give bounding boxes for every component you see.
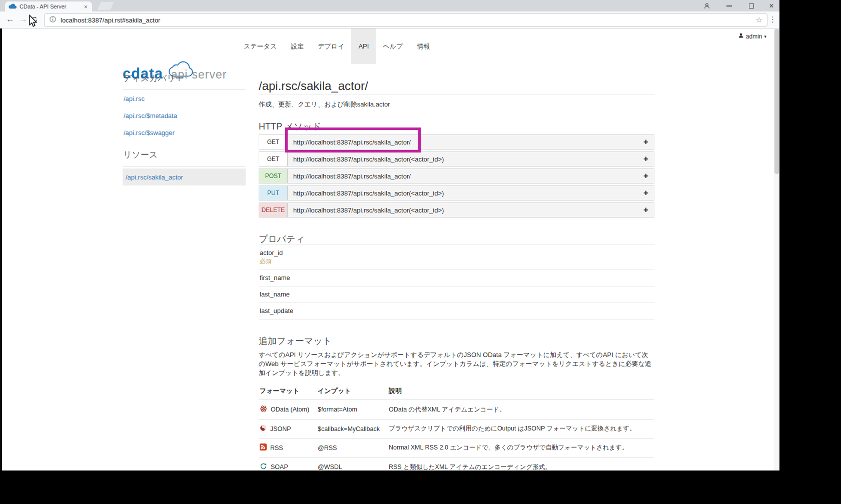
endpoint-url-field[interactable]: http://localhost:8387/api.rsc/sakila_act… [288, 186, 654, 200]
expand-plus-icon[interactable]: + [643, 137, 648, 147]
resources-heading: リソース [123, 149, 246, 166]
nav-item-info[interactable]: 情報 [410, 28, 437, 64]
http-method-row: GET http://localhost:8387/api.rsc/sakila… [259, 152, 654, 166]
format-name: SOAP [271, 464, 288, 470]
format-input: @RSS [317, 438, 388, 458]
sidebar-item-sakila-actor[interactable]: /api.rsc/sakila_actor [123, 168, 246, 186]
property-name: first_name [260, 274, 653, 282]
nav-item-status[interactable]: ステータス [237, 28, 284, 64]
property-name: last_name [260, 290, 653, 298]
tab-title: CData - API Server [20, 4, 83, 10]
column-header-format: フォーマット [259, 384, 317, 400]
format-description: ブラウザスクリプトでの利用のためにOutput はJSONP フォーマットに変換… [388, 420, 654, 438]
expand-plus-icon[interactable]: + [643, 171, 648, 181]
http-method-row: DELETE http://localhost:8387/api.rsc/sak… [259, 202, 654, 218]
nav-item-help[interactable]: ヘルプ [376, 28, 410, 64]
formats-table: フォーマット インプット 説明 OData (Atom) [259, 384, 654, 470]
format-input: $callback=MyCallback [317, 420, 388, 438]
http-verb-badge: POST [259, 168, 288, 184]
tab-close-icon[interactable]: × [83, 4, 89, 10]
main-content: /api.rsc/sakila_actor/ 作成、更新、クエリ、および削除sa… [259, 72, 654, 470]
rss-icon [260, 444, 267, 452]
user-name: admin [746, 33, 762, 40]
expand-plus-icon[interactable]: + [643, 154, 648, 164]
scrollbar [774, 29, 779, 470]
http-method-row: POST http://localhost:8387/api.rsc/sakil… [259, 168, 654, 184]
forward-button[interactable]: → [19, 14, 28, 24]
scrollbar-thumb[interactable] [774, 29, 779, 174]
main-nav: ステータス 設定 デプロイ API ヘルプ 情報 [237, 28, 437, 64]
app-header: cdata api server ステータス 設定 デプロイ API ヘルプ 情… [0, 28, 779, 64]
page-title: /api.rsc/sakila_actor/ [259, 79, 654, 95]
sidebar: ディスカバリー /api.rsc /api.rsc/$metadata /api… [123, 72, 246, 186]
table-row: RSS @RSS Normal XML RSS 2.0 エンコードで、多くのブラ… [259, 438, 654, 458]
tab-strip: CData - API Server × × [0, 0, 779, 12]
bookmark-star-icon[interactable]: ☆ [756, 16, 762, 24]
sidebar-item-swagger[interactable]: /api.rsc/$swagger [123, 124, 246, 141]
http-verb-badge: GET [259, 134, 288, 150]
cloud-favicon-icon [9, 2, 17, 11]
table-row: JSONP $callback=MyCallback ブラウザスクリプトでの利用… [259, 420, 654, 438]
column-header-input: インプット [317, 384, 388, 400]
maximize-icon [749, 4, 754, 8]
minimize-icon [726, 6, 732, 6]
format-description: RSS と類似したXML アイテムのエンコーディング形式。 [388, 458, 654, 471]
browser-toolbar: ← → localhost:8387/api.rst#sakila_actor … [0, 12, 779, 28]
property-row: last_update [259, 303, 654, 320]
property-row: actor_id 必須 [259, 245, 654, 270]
properties-heading: プロパティ [259, 234, 654, 244]
property-name: actor_id [260, 249, 653, 256]
format-description: Normal XML RSS 2.0 エンコードで、多くのブラウザで自動フォーマ… [388, 438, 654, 458]
http-verb-badge: PUT [259, 186, 288, 200]
jsonp-icon [260, 424, 267, 433]
new-tab-button[interactable] [97, 2, 114, 10]
property-row: last_name [259, 286, 654, 303]
formats-intro: すべてのAPI リソースおよびアクションがサポートするデフォルトのJSON OD… [259, 350, 654, 378]
properties-list: actor_id 必須 first_name last_name last_up… [259, 244, 654, 320]
endpoint-url: http://localhost:8387/api.rsc/sakila_act… [293, 156, 444, 163]
property-required-note: 必須 [260, 258, 653, 265]
nav-item-deploy[interactable]: デプロイ [311, 28, 351, 64]
nav-item-settings[interactable]: 設定 [284, 28, 311, 64]
endpoint-url: http://localhost:8387/api.rsc/sakila_act… [293, 172, 411, 180]
column-header-description: 説明 [388, 384, 654, 400]
expand-plus-icon[interactable]: + [643, 188, 648, 198]
chevron-down-icon: ▾ [764, 34, 766, 39]
minimize-button[interactable] [723, 1, 734, 10]
endpoint-url-field[interactable]: http://localhost:8387/api.rsc/sakila_act… [288, 168, 654, 184]
sidebar-item-metadata[interactable]: /api.rsc/$metadata [123, 107, 246, 124]
mouse-cursor [29, 14, 38, 30]
soap-icon [260, 462, 267, 470]
url-bar[interactable]: localhost:8387/api.rst#sakila_actor ☆ [44, 14, 767, 26]
endpoint-url: http://localhost:8387/api.rsc/sakila_act… [293, 206, 444, 214]
expand-plus-icon[interactable]: + [643, 205, 648, 215]
http-verb-badge: DELETE [259, 202, 288, 218]
endpoint-url-field[interactable]: http://localhost:8387/api.rsc/sakila_act… [288, 134, 654, 150]
table-row: SOAP @WSDL RSS と類似したXML アイテムのエンコーディング形式。 [259, 458, 654, 471]
nav-item-api[interactable]: API [351, 28, 376, 64]
http-methods-heading: HTTP メソッド [259, 121, 654, 132]
info-icon[interactable] [49, 16, 57, 25]
format-name: OData (Atom) [271, 406, 309, 413]
back-button[interactable]: ← [6, 14, 15, 24]
format-name: RSS [270, 444, 283, 452]
close-window-button[interactable]: × [766, 1, 777, 10]
endpoint-url-field[interactable]: http://localhost:8387/api.rsc/sakila_act… [288, 202, 654, 218]
endpoint-url: http://localhost:8387/api.rsc/sakila_act… [293, 190, 444, 197]
property-name: last_update [260, 307, 653, 314]
user-menu[interactable]: admin ▾ [738, 32, 766, 40]
sidebar-item-api-rsc[interactable]: /api.rsc [123, 90, 246, 107]
browser-tab[interactable]: CData - API Server × [5, 2, 92, 12]
format-description: OData の代替XML アイテムエンコード。 [388, 400, 654, 420]
browser-menu-icon[interactable]: ⋮ [769, 15, 776, 24]
maximize-button[interactable] [746, 1, 757, 10]
screen-edge [0, 28, 2, 470]
discovery-heading: ディスカバリー [123, 72, 246, 90]
atom-icon [260, 405, 267, 414]
page-description: 作成、更新、クエリ、および削除sakila.actor [259, 100, 654, 108]
user-icon [738, 32, 744, 40]
property-row: first_name [259, 270, 654, 286]
http-method-row: PUT http://localhost:8387/api.rsc/sakila… [259, 186, 654, 200]
endpoint-url-field[interactable]: http://localhost:8387/api.rsc/sakila_act… [288, 152, 654, 166]
profile-icon[interactable] [701, 1, 712, 10]
